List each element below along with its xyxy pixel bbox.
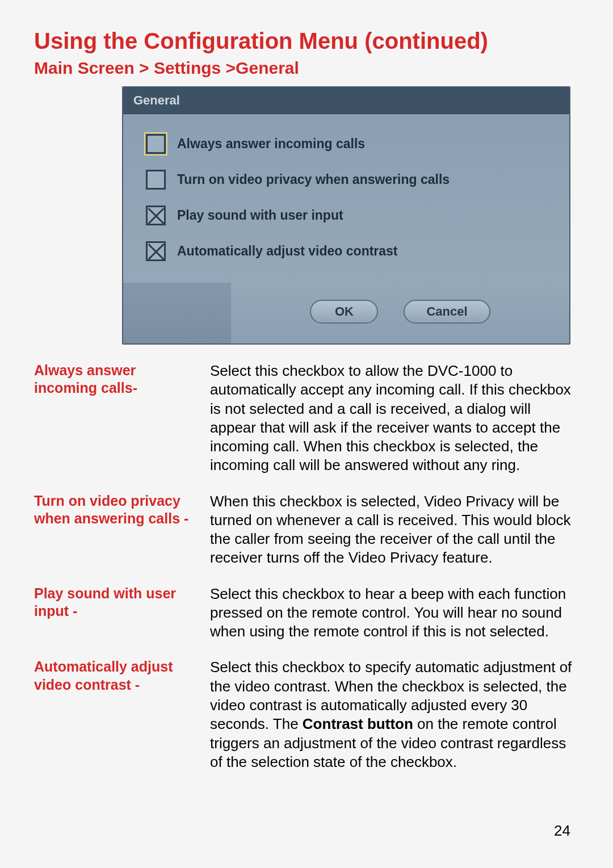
cancel-button[interactable]: Cancel [404,300,490,324]
dialog-body: Always answer incoming calls Turn on vid… [123,114,569,283]
desc-label: Always answer incoming calls- [34,362,210,397]
dialog-button-row: OK Cancel [231,283,569,343]
desc-always-answer: Always answer incoming calls- Select thi… [34,362,579,475]
desc-label: Turn on video privacy when answering cal… [34,492,210,528]
descriptions-section: Always answer incoming calls- Select thi… [34,362,579,771]
option-label: Always answer incoming calls [177,136,365,152]
desc-label: Automatically adjust video contrast - [34,658,210,694]
desc-text: Select this checkbox to hear a beep with… [210,585,579,641]
desc-auto-contrast: Automatically adjust video contrast - Se… [34,658,579,771]
checkbox-icon[interactable] [146,170,166,190]
checkbox-icon[interactable] [146,241,166,261]
ok-button[interactable]: OK [310,300,378,324]
general-settings-dialog: General Always answer incoming calls Tur… [122,86,570,345]
option-always-answer[interactable]: Always answer incoming calls [146,134,547,154]
desc-text: Select this checkbox to specify automati… [210,658,579,771]
page-title: Using the Configuration Menu (continued) [34,28,579,54]
desc-text: When this checkbox is selected, Video Pr… [210,492,579,568]
desc-label: Play sound with user input - [34,585,210,620]
breadcrumb: Main Screen > Settings >General [34,58,579,78]
desc-text-bold: Contrast button [303,715,413,732]
checkbox-icon[interactable] [146,134,166,154]
option-play-sound[interactable]: Play sound with user input [146,206,547,225]
checkbox-icon[interactable] [146,206,166,225]
option-label: Turn on video privacy when answering cal… [177,172,450,187]
desc-video-privacy: Turn on video privacy when answering cal… [34,492,579,568]
option-label: Play sound with user input [177,208,343,223]
dialog-header: General [123,87,569,114]
desc-play-sound: Play sound with user input - Select this… [34,585,579,641]
page-number: 24 [554,822,570,840]
desc-text: Select this checkbox to allow the DVC-10… [210,362,579,475]
option-label: Automatically adjust video contrast [177,244,398,259]
option-video-privacy[interactable]: Turn on video privacy when answering cal… [146,170,547,190]
option-auto-contrast[interactable]: Automatically adjust video contrast [146,241,547,261]
